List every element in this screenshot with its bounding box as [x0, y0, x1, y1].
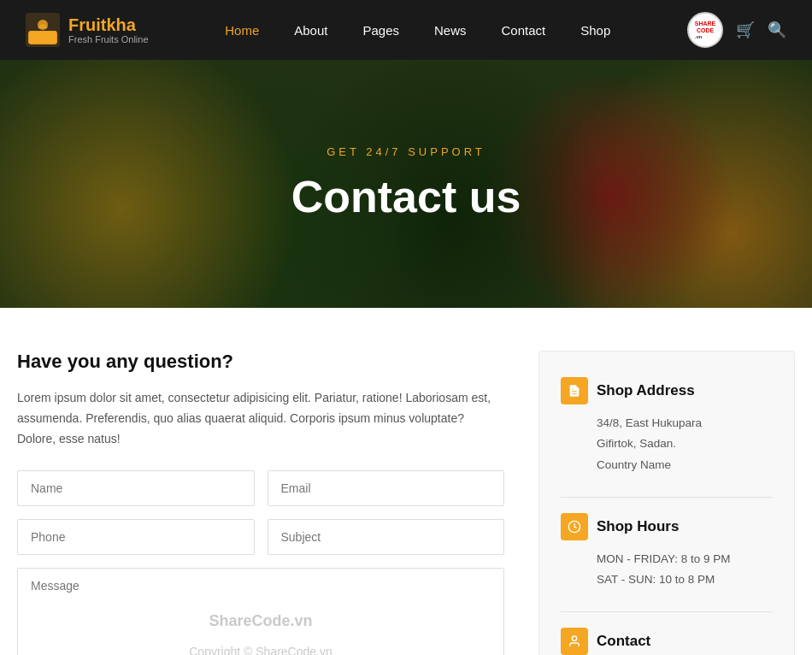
nav-contact[interactable]: Contact	[486, 15, 562, 46]
hours-section: Shop Hours MON - FRIDAY: 8 to 9 PM SAT -…	[561, 513, 773, 591]
address-section: Shop Address 34/8, East Hukupara Gifirto…	[561, 377, 773, 475]
hours-line-2: SAT - SUN: 10 to 8 PM	[597, 569, 773, 590]
search-icon[interactable]: 🔍	[768, 21, 786, 39]
contact-icon	[561, 628, 588, 655]
logo[interactable]: Fruitkha Fresh Fruits Online	[26, 13, 149, 47]
cart-icon[interactable]: 🛒	[736, 21, 755, 39]
address-title: Shop Address	[597, 382, 695, 399]
main-content: Have you any question? Lorem ipsum dolor…	[0, 308, 812, 655]
hours-line-1: MON - FRIDAY: 8 to 9 PM	[597, 549, 773, 569]
form-row-2	[17, 519, 504, 555]
phone-input[interactable]	[17, 519, 255, 555]
form-description: Lorem ipsum dolor sit amet, consectetur …	[17, 388, 504, 449]
contact-header: Contact	[561, 628, 773, 655]
logo-icon	[26, 13, 60, 47]
contact-section: Contact Phone: +00 111 222 3333 Email: s…	[561, 628, 773, 655]
address-line-2: Gifirtok, Sadan.	[597, 434, 773, 454]
nav-pages[interactable]: Pages	[347, 15, 415, 46]
address-header: Shop Address	[561, 377, 773, 404]
message-wrapper: ShareCode.vn Copyright © ShareCode.vn	[17, 568, 504, 655]
divider-1	[561, 497, 773, 498]
site-header: Fruitkha Fresh Fruits Online Home About …	[0, 0, 812, 60]
hours-body: MON - FRIDAY: 8 to 9 PM SAT - SUN: 10 to…	[561, 549, 773, 591]
svg-rect-1	[29, 32, 56, 44]
message-textarea[interactable]	[17, 568, 504, 655]
email-input[interactable]	[268, 470, 505, 506]
map-icon	[561, 377, 588, 404]
subject-input[interactable]	[268, 519, 505, 555]
form-heading: Have you any question?	[17, 351, 504, 373]
nav-shop[interactable]: Shop	[565, 15, 626, 46]
divider-2	[561, 611, 773, 612]
contact-form-section: Have you any question? Lorem ipsum dolor…	[17, 351, 504, 655]
brand-name: Fruitkha	[68, 15, 149, 34]
form-row-1	[17, 470, 504, 506]
name-input[interactable]	[17, 470, 255, 506]
nav-home[interactable]: Home	[209, 15, 274, 46]
hero-content: GET 24/7 SUPPORT Contact us	[291, 145, 521, 222]
info-panel: Shop Address 34/8, East Hukupara Gifirto…	[538, 351, 795, 655]
address-body: 34/8, East Hukupara Gifirtok, Sadan. Cou…	[561, 413, 773, 475]
hero-subtitle: GET 24/7 SUPPORT	[291, 145, 521, 158]
nav-news[interactable]: News	[419, 15, 482, 46]
sharecode-badge: SHARE CODE .vn	[687, 12, 723, 48]
address-line-1: 34/8, East Hukupara	[597, 413, 773, 434]
main-nav: Home About Pages News Contact Shop	[209, 15, 626, 46]
hours-title: Shop Hours	[597, 518, 679, 535]
hours-header: Shop Hours	[561, 513, 773, 540]
hero-banner: GET 24/7 SUPPORT Contact us	[0, 60, 812, 308]
nav-about[interactable]: About	[279, 15, 343, 46]
header-icons: SHARE CODE .vn 🛒 🔍	[687, 12, 786, 48]
hero-title: Contact us	[291, 171, 521, 222]
svg-point-10	[572, 636, 576, 640]
clock-icon	[561, 513, 588, 540]
address-line-3: Country Name	[597, 455, 773, 475]
contact-title: Contact	[597, 633, 650, 650]
brand-tagline: Fresh Fruits Online	[68, 34, 149, 44]
